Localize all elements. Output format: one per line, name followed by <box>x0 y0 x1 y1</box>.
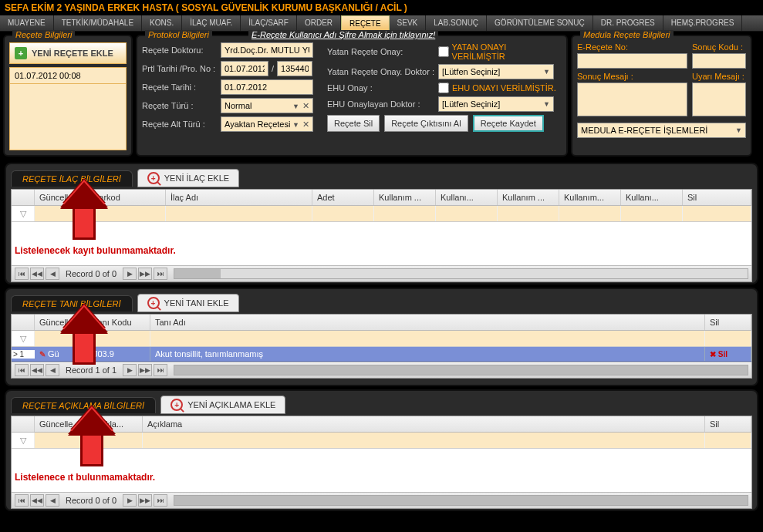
tarih-input[interactable] <box>221 79 313 95</box>
col-ilacadi[interactable]: İlaç Adı <box>166 190 312 205</box>
filter-cell[interactable] <box>89 433 143 448</box>
filter-cell[interactable] <box>89 206 166 221</box>
pager-nextpage[interactable]: ▶▶ <box>138 268 152 280</box>
col-tanikodu[interactable]: Tanı Kodu <box>89 315 150 330</box>
hscroll[interactable] <box>174 268 748 279</box>
tab-goruntu[interactable]: GÖRÜNTÜLEME SONUÇ <box>487 15 593 31</box>
tab-order[interactable]: ORDER <box>297 15 341 31</box>
filter-cell[interactable] <box>374 206 436 221</box>
medula-islemleri-dropdown[interactable]: MEDULA E-REÇETE İŞLEMLERİ▼ <box>577 123 746 138</box>
filter-cell[interactable] <box>621 206 683 221</box>
tab-ilacmuaf[interactable]: İLAÇ MUAF. <box>182 15 241 31</box>
col-sil[interactable]: Sil <box>683 190 751 205</box>
filter-cell[interactable] <box>559 206 621 221</box>
yatan-doktor-select[interactable]: [Lütfen Seçiniz]▼ <box>438 64 554 79</box>
col-guncelle[interactable]: Güncelle <box>35 190 89 205</box>
filter-cell[interactable] <box>35 331 89 346</box>
tab-tetkik[interactable]: TETKİK/MÜDAHALE <box>54 15 142 31</box>
tab-labsonuc[interactable]: LAB.SONUÇ <box>426 15 487 31</box>
pager-prevpage[interactable]: ◀◀ <box>30 268 44 280</box>
pager-prev[interactable]: ◀ <box>46 364 59 376</box>
pager-prevpage[interactable]: ◀◀ <box>30 494 44 507</box>
tani-row[interactable]: > 1 ✎ Gü J03.9 Akut tonsillit, tanımlanm… <box>12 347 751 362</box>
pager-first[interactable]: ⏮ <box>15 268 29 280</box>
col-aciktype[interactable]: Açıkla... <box>89 416 143 432</box>
tab-kons[interactable]: KONS. <box>142 15 182 31</box>
recete-date-item[interactable]: 01.07.2012 00:08 <box>9 67 127 84</box>
pager-first[interactable]: ⏮ <box>15 494 29 507</box>
col-guncelle[interactable]: Güncelle <box>35 315 89 330</box>
col-sil[interactable]: Sil <box>705 315 751 330</box>
yeni-aciklama-ekle-button[interactable]: +YENİ AÇIKLAMA EKLE <box>160 396 285 414</box>
filter-cell[interactable] <box>683 206 751 221</box>
filter-cell[interactable] <box>705 433 751 448</box>
ehu-checkbox[interactable] <box>438 82 449 93</box>
col-k5[interactable]: Kullanı... <box>621 190 683 205</box>
pager-prev[interactable]: ◀ <box>46 268 59 280</box>
hscroll[interactable] <box>174 365 748 375</box>
col-guncelle[interactable]: Güncelle <box>35 416 89 432</box>
col-k2[interactable]: Kullanı... <box>436 190 498 205</box>
altturu-select[interactable]: Ayaktan Reçetesi▼✕ <box>221 116 313 132</box>
pager-last[interactable]: ⏭ <box>154 268 167 280</box>
aciklama-tab[interactable]: REÇETE AÇIKLAMA BİLGİLERİ <box>11 397 156 413</box>
filter-cell[interactable] <box>312 206 374 221</box>
col-k4[interactable]: Kullanım... <box>559 190 621 205</box>
pager-first[interactable]: ⏮ <box>15 364 29 376</box>
pager-next[interactable]: ▶ <box>123 268 137 280</box>
filter-icon[interactable]: ▽ <box>12 331 35 346</box>
tab-muayene[interactable]: MUAYENE <box>0 15 54 31</box>
tab-hemsprogres[interactable]: HEMŞ.PROGRES <box>663 15 743 31</box>
col-k1[interactable]: Kullanım ... <box>374 190 436 205</box>
filter-cell[interactable] <box>150 331 705 346</box>
doktor-input[interactable] <box>221 42 313 58</box>
filter-cell[interactable] <box>498 206 559 221</box>
pager-nextpage[interactable]: ▶▶ <box>138 364 152 376</box>
pager-next[interactable]: ▶ <box>123 364 137 376</box>
clear-icon[interactable]: ✕ <box>302 101 309 110</box>
recete-sil-button[interactable]: Reçete Sil <box>327 115 380 132</box>
col-sil[interactable]: Sil <box>705 416 751 432</box>
yatan-checkbox[interactable] <box>438 46 449 57</box>
col-aciklama[interactable]: Açıklama <box>143 416 705 432</box>
col-adet[interactable]: Adet <box>312 190 374 205</box>
prtl-no-input[interactable] <box>277 61 312 76</box>
filter-cell[interactable] <box>89 331 150 346</box>
filter-cell[interactable] <box>705 331 751 346</box>
recete-cikti-button[interactable]: Reçete Çıktısını Al <box>384 115 468 132</box>
recete-kaydet-button[interactable]: Reçete Kaydet <box>473 115 544 132</box>
tab-sevk[interactable]: SEVK <box>390 15 427 31</box>
turu-select[interactable]: Normal▼✕ <box>221 98 313 113</box>
ilac-tab[interactable]: REÇETE İLAÇ BİLGİLERİ <box>11 170 133 187</box>
yeni-recete-ekle-button[interactable]: + YENİ REÇETE EKLE <box>9 42 127 64</box>
yeni-ilac-ekle-button[interactable]: +YENİ İLAÇ EKLE <box>137 169 239 187</box>
filter-cell[interactable] <box>143 433 705 448</box>
pager-next[interactable]: ▶ <box>123 494 137 507</box>
tab-drprogres[interactable]: DR. PROGRES <box>593 15 663 31</box>
prtl-date-input[interactable] <box>221 61 268 76</box>
filter-cell[interactable] <box>436 206 498 221</box>
delete-icon[interactable]: ✖ Sil <box>710 350 728 359</box>
pager-last[interactable]: ⏭ <box>154 364 167 376</box>
edit-icon[interactable]: ✎ <box>39 350 46 359</box>
pager-prev[interactable]: ◀ <box>46 494 59 507</box>
tab-recete[interactable]: REÇETE <box>341 15 390 31</box>
filter-icon[interactable]: ▽ <box>12 433 35 448</box>
clear-icon[interactable]: ✕ <box>302 120 309 129</box>
col-taniadi[interactable]: Tanı Adı <box>150 315 705 330</box>
pager-nextpage[interactable]: ▶▶ <box>138 494 152 507</box>
tab-ilacsarf[interactable]: İLAÇ/SARF <box>241 15 297 31</box>
col-k3[interactable]: Kullanım ... <box>498 190 559 205</box>
ehu-doktor-select[interactable]: [Lütfen Seçiniz]▼ <box>438 96 554 112</box>
pager-prevpage[interactable]: ◀◀ <box>30 364 44 376</box>
hscroll[interactable] <box>174 495 748 506</box>
filter-icon[interactable]: ▽ <box>12 206 35 221</box>
filter-cell[interactable] <box>35 206 89 221</box>
col-barkod[interactable]: Barkod <box>89 190 166 205</box>
erecete-link[interactable]: E-Reçete Kullanıcı Adı Şifre Almak için … <box>248 30 438 39</box>
filter-cell[interactable] <box>35 433 89 448</box>
tani-tab[interactable]: REÇETE TANI BİLGİLERİ <box>11 295 133 311</box>
pager-last[interactable]: ⏭ <box>154 494 167 507</box>
filter-cell[interactable] <box>166 206 312 221</box>
yeni-tani-ekle-button[interactable]: +YENİ TANI EKLE <box>137 294 239 312</box>
